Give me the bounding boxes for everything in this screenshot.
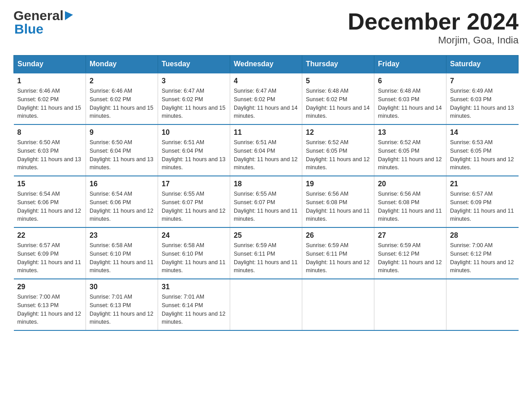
logo: General Blue bbox=[13, 9, 73, 37]
day-number: 27 bbox=[378, 231, 442, 240]
day-info: Sunrise: 6:56 AMSunset: 6:08 PMDaylight:… bbox=[306, 190, 370, 223]
day-info: Sunrise: 7:00 AMSunset: 6:12 PMDaylight:… bbox=[450, 241, 515, 275]
day-info: Sunrise: 6:55 AMSunset: 6:07 PMDaylight:… bbox=[234, 190, 298, 223]
header-day-tuesday: Tuesday bbox=[158, 56, 230, 73]
calendar-cell: 23Sunrise: 6:58 AMSunset: 6:10 PMDayligh… bbox=[86, 227, 158, 279]
calendar-cell: 10Sunrise: 6:51 AMSunset: 6:04 PMDayligh… bbox=[158, 124, 230, 176]
calendar-cell: 25Sunrise: 6:59 AMSunset: 6:11 PMDayligh… bbox=[230, 227, 302, 279]
header-day-thursday: Thursday bbox=[302, 56, 374, 73]
calendar-cell bbox=[302, 279, 374, 330]
calendar-cell: 1Sunrise: 6:46 AMSunset: 6:02 PMDaylight… bbox=[14, 73, 86, 124]
day-info: Sunrise: 6:54 AMSunset: 6:06 PMDaylight:… bbox=[90, 190, 154, 223]
calendar-cell: 18Sunrise: 6:55 AMSunset: 6:07 PMDayligh… bbox=[230, 176, 302, 227]
day-number: 14 bbox=[450, 128, 515, 137]
calendar-cell: 26Sunrise: 6:59 AMSunset: 6:11 PMDayligh… bbox=[302, 227, 374, 279]
day-info: Sunrise: 6:59 AMSunset: 6:11 PMDaylight:… bbox=[234, 241, 298, 275]
calendar-cell: 12Sunrise: 6:52 AMSunset: 6:05 PMDayligh… bbox=[302, 124, 374, 176]
calendar-cell: 14Sunrise: 6:53 AMSunset: 6:05 PMDayligh… bbox=[446, 124, 519, 176]
page-title: December 2024 bbox=[348, 9, 519, 34]
day-info: Sunrise: 6:59 AMSunset: 6:12 PMDaylight:… bbox=[378, 241, 442, 275]
day-number: 4 bbox=[234, 77, 298, 85]
calendar-cell: 9Sunrise: 6:50 AMSunset: 6:04 PMDaylight… bbox=[86, 124, 158, 176]
calendar-cell: 21Sunrise: 6:57 AMSunset: 6:09 PMDayligh… bbox=[446, 176, 519, 227]
day-number: 5 bbox=[306, 77, 370, 85]
title-area: December 2024 Morjim, Goa, India bbox=[348, 9, 519, 46]
week-row-5: 29Sunrise: 7:00 AMSunset: 6:13 PMDayligh… bbox=[14, 279, 519, 330]
day-info: Sunrise: 6:46 AMSunset: 6:02 PMDaylight:… bbox=[90, 87, 154, 120]
day-number: 24 bbox=[162, 231, 226, 240]
day-info: Sunrise: 7:00 AMSunset: 6:13 PMDaylight:… bbox=[17, 293, 82, 326]
calendar-cell: 13Sunrise: 6:52 AMSunset: 6:05 PMDayligh… bbox=[374, 124, 446, 176]
day-number: 15 bbox=[17, 180, 82, 188]
day-number: 7 bbox=[450, 77, 515, 85]
day-number: 30 bbox=[90, 283, 154, 291]
day-number: 22 bbox=[17, 231, 82, 240]
calendar-cell: 31Sunrise: 7:01 AMSunset: 6:14 PMDayligh… bbox=[158, 279, 230, 330]
day-info: Sunrise: 6:48 AMSunset: 6:03 PMDaylight:… bbox=[378, 87, 442, 120]
day-number: 10 bbox=[162, 128, 226, 137]
week-row-3: 15Sunrise: 6:54 AMSunset: 6:06 PMDayligh… bbox=[14, 176, 519, 227]
calendar-cell bbox=[446, 279, 519, 330]
day-info: Sunrise: 6:46 AMSunset: 6:02 PMDaylight:… bbox=[17, 87, 82, 120]
calendar-cell: 2Sunrise: 6:46 AMSunset: 6:02 PMDaylight… bbox=[86, 73, 158, 124]
day-number: 25 bbox=[234, 231, 298, 240]
svg-marker-0 bbox=[65, 11, 73, 20]
day-number: 9 bbox=[90, 128, 154, 137]
header: General Blue December 2024 Morjim, Goa, … bbox=[13, 9, 519, 46]
day-info: Sunrise: 6:57 AMSunset: 6:09 PMDaylight:… bbox=[450, 190, 515, 223]
page-subtitle: Morjim, Goa, India bbox=[348, 34, 519, 46]
day-number: 23 bbox=[90, 231, 154, 240]
calendar-cell bbox=[374, 279, 446, 330]
day-info: Sunrise: 6:55 AMSunset: 6:07 PMDaylight:… bbox=[162, 190, 226, 223]
header-day-friday: Friday bbox=[374, 56, 446, 73]
day-number: 18 bbox=[234, 180, 298, 188]
day-info: Sunrise: 6:58 AMSunset: 6:10 PMDaylight:… bbox=[90, 241, 154, 275]
day-info: Sunrise: 6:54 AMSunset: 6:06 PMDaylight:… bbox=[17, 190, 82, 223]
calendar-cell: 28Sunrise: 7:00 AMSunset: 6:12 PMDayligh… bbox=[446, 227, 519, 279]
calendar-table: SundayMondayTuesdayWednesdayThursdayFrid… bbox=[13, 55, 519, 331]
calendar-cell: 4Sunrise: 6:47 AMSunset: 6:02 PMDaylight… bbox=[230, 73, 302, 124]
day-info: Sunrise: 6:56 AMSunset: 6:08 PMDaylight:… bbox=[378, 190, 442, 223]
logo-blue: Blue bbox=[13, 21, 43, 37]
day-info: Sunrise: 6:52 AMSunset: 6:05 PMDaylight:… bbox=[306, 138, 370, 172]
header-day-sunday: Sunday bbox=[14, 56, 86, 73]
calendar-body: 1Sunrise: 6:46 AMSunset: 6:02 PMDaylight… bbox=[14, 73, 519, 330]
day-number: 26 bbox=[306, 231, 370, 240]
day-info: Sunrise: 6:47 AMSunset: 6:02 PMDaylight:… bbox=[234, 87, 298, 120]
header-day-wednesday: Wednesday bbox=[230, 56, 302, 73]
day-number: 13 bbox=[378, 128, 442, 137]
calendar-cell bbox=[230, 279, 302, 330]
calendar-header: SundayMondayTuesdayWednesdayThursdayFrid… bbox=[14, 56, 519, 73]
day-info: Sunrise: 6:51 AMSunset: 6:04 PMDaylight:… bbox=[234, 138, 298, 172]
calendar-cell: 24Sunrise: 6:58 AMSunset: 6:10 PMDayligh… bbox=[158, 227, 230, 279]
calendar-cell: 29Sunrise: 7:00 AMSunset: 6:13 PMDayligh… bbox=[14, 279, 86, 330]
week-row-4: 22Sunrise: 6:57 AMSunset: 6:09 PMDayligh… bbox=[14, 227, 519, 279]
calendar-cell: 3Sunrise: 6:47 AMSunset: 6:02 PMDaylight… bbox=[158, 73, 230, 124]
calendar-cell: 5Sunrise: 6:48 AMSunset: 6:02 PMDaylight… bbox=[302, 73, 374, 124]
day-info: Sunrise: 6:48 AMSunset: 6:02 PMDaylight:… bbox=[306, 87, 370, 120]
calendar-cell: 11Sunrise: 6:51 AMSunset: 6:04 PMDayligh… bbox=[230, 124, 302, 176]
day-number: 1 bbox=[17, 77, 82, 85]
calendar-cell: 19Sunrise: 6:56 AMSunset: 6:08 PMDayligh… bbox=[302, 176, 374, 227]
calendar-cell: 17Sunrise: 6:55 AMSunset: 6:07 PMDayligh… bbox=[158, 176, 230, 227]
header-day-monday: Monday bbox=[86, 56, 158, 73]
calendar-cell: 22Sunrise: 6:57 AMSunset: 6:09 PMDayligh… bbox=[14, 227, 86, 279]
calendar-cell: 27Sunrise: 6:59 AMSunset: 6:12 PMDayligh… bbox=[374, 227, 446, 279]
day-info: Sunrise: 6:58 AMSunset: 6:10 PMDaylight:… bbox=[162, 241, 226, 275]
day-info: Sunrise: 6:57 AMSunset: 6:09 PMDaylight:… bbox=[17, 241, 82, 275]
day-number: 17 bbox=[162, 180, 226, 188]
day-number: 28 bbox=[450, 231, 515, 240]
day-number: 20 bbox=[378, 180, 442, 188]
calendar-cell: 15Sunrise: 6:54 AMSunset: 6:06 PMDayligh… bbox=[14, 176, 86, 227]
calendar-cell: 16Sunrise: 6:54 AMSunset: 6:06 PMDayligh… bbox=[86, 176, 158, 227]
day-info: Sunrise: 6:49 AMSunset: 6:03 PMDaylight:… bbox=[450, 87, 515, 120]
day-number: 19 bbox=[306, 180, 370, 188]
day-info: Sunrise: 6:51 AMSunset: 6:04 PMDaylight:… bbox=[162, 138, 226, 172]
week-row-2: 8Sunrise: 6:50 AMSunset: 6:03 PMDaylight… bbox=[14, 124, 519, 176]
logo-general: General bbox=[13, 9, 64, 22]
day-info: Sunrise: 6:50 AMSunset: 6:04 PMDaylight:… bbox=[90, 138, 154, 172]
header-day-saturday: Saturday bbox=[446, 56, 519, 73]
day-info: Sunrise: 6:59 AMSunset: 6:11 PMDaylight:… bbox=[306, 241, 370, 275]
day-number: 29 bbox=[17, 283, 82, 291]
day-number: 31 bbox=[162, 283, 226, 291]
